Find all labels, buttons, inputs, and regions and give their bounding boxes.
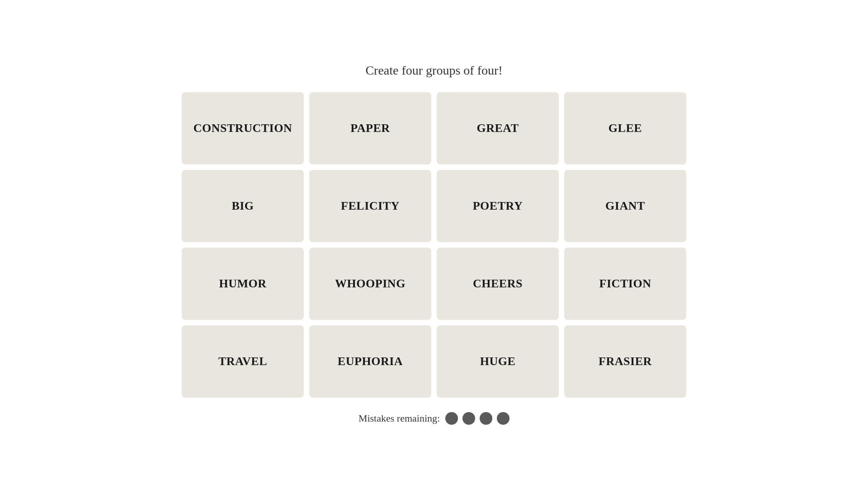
mistake-dot-3 bbox=[480, 412, 492, 425]
word-grid: CONSTRUCTIONPAPERGREATGLEEBIGFELICITYPOE… bbox=[182, 92, 686, 398]
tile-cheers[interactable]: CHEERS bbox=[437, 248, 559, 320]
mistake-dot-4 bbox=[497, 412, 509, 425]
instruction-text: Create four groups of four! bbox=[365, 63, 502, 78]
tile-frasier[interactable]: FRASIER bbox=[564, 325, 686, 398]
tile-poetry[interactable]: POETRY bbox=[437, 170, 559, 242]
tile-label-big: BIG bbox=[231, 199, 254, 213]
tile-label-frasier: FRASIER bbox=[599, 355, 652, 368]
tile-label-cheers: CHEERS bbox=[473, 277, 523, 291]
tile-label-paper: PAPER bbox=[350, 122, 390, 135]
tile-label-euphoria: EUPHORIA bbox=[338, 355, 403, 368]
tile-euphoria[interactable]: EUPHORIA bbox=[309, 325, 431, 398]
tile-label-glee: GLEE bbox=[609, 122, 642, 135]
tile-travel[interactable]: TRAVEL bbox=[182, 325, 304, 398]
tile-felicity[interactable]: FELICITY bbox=[309, 170, 431, 242]
tile-label-fiction: FICTION bbox=[599, 277, 651, 291]
tile-label-poetry: POETRY bbox=[473, 199, 523, 213]
tile-construction[interactable]: CONSTRUCTION bbox=[182, 92, 304, 164]
tile-giant[interactable]: GIANT bbox=[564, 170, 686, 242]
mistake-dot-2 bbox=[462, 412, 475, 425]
tile-whooping[interactable]: WHOOPING bbox=[309, 248, 431, 320]
mistake-dot-1 bbox=[445, 412, 458, 425]
tile-big[interactable]: BIG bbox=[182, 170, 304, 242]
tile-label-construction: CONSTRUCTION bbox=[193, 122, 292, 135]
tile-label-great: GREAT bbox=[476, 122, 519, 135]
mistakes-label: Mistakes remaining: bbox=[359, 413, 440, 424]
mistakes-dots bbox=[445, 412, 509, 425]
tile-label-humor: HUMOR bbox=[219, 277, 266, 291]
tile-label-whooping: WHOOPING bbox=[335, 277, 406, 291]
mistakes-section: Mistakes remaining: bbox=[359, 412, 509, 425]
tile-label-travel: TRAVEL bbox=[218, 355, 267, 368]
tile-great[interactable]: GREAT bbox=[437, 92, 559, 164]
tile-huge[interactable]: HUGE bbox=[437, 325, 559, 398]
tile-humor[interactable]: HUMOR bbox=[182, 248, 304, 320]
tile-paper[interactable]: PAPER bbox=[309, 92, 431, 164]
tile-label-huge: HUGE bbox=[480, 355, 516, 368]
tile-label-giant: GIANT bbox=[605, 199, 645, 213]
tile-glee[interactable]: GLEE bbox=[564, 92, 686, 164]
tile-label-felicity: FELICITY bbox=[341, 199, 400, 213]
tile-fiction[interactable]: FICTION bbox=[564, 248, 686, 320]
